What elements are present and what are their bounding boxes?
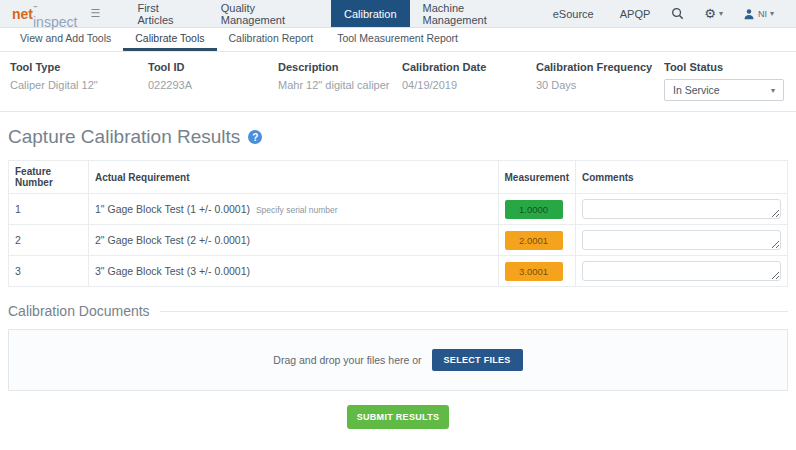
measurement-cell: 3.0001 [498, 256, 575, 287]
tool-status-field: Tool Status In Service ▾ [664, 61, 786, 101]
main-nav: First Articles Quality Management Calibr… [124, 0, 663, 27]
header-feature-number: Feature Number [9, 161, 89, 194]
page-title-row: Capture Calibration Results ? [8, 126, 788, 148]
nav-item-apqp[interactable]: APQP [607, 0, 664, 27]
nav-item-esource[interactable]: eSource [540, 0, 607, 27]
select-files-button[interactable]: SELECT FILES [432, 349, 523, 371]
table-row: 2 2" Gage Block Test (2 +/- 0.0001) 2.00… [9, 225, 788, 256]
calibration-frequency-value: 30 Days [536, 79, 664, 91]
top-navigation: net-inspect ☰ First Articles Quality Man… [0, 0, 796, 28]
nav-right-cluster: ⚙ ▾ NI ▾ [663, 0, 796, 27]
requirement-cell: 3" Gage Block Test (3 +/- 0.0001) [89, 256, 499, 287]
calibration-frequency-field: Calibration Frequency 30 Days [536, 61, 664, 101]
tab-calibrate-tools[interactable]: Calibrate Tools [123, 28, 216, 51]
tool-id-field: Tool ID 022293A [148, 61, 278, 101]
tool-id-label: Tool ID [148, 61, 278, 73]
tab-tool-measurement-report[interactable]: Tool Measurement Report [325, 28, 470, 51]
requirement-text: 1" Gage Block Test (1 +/- 0.0001) [95, 203, 250, 215]
chevron-down-icon: ▾ [770, 9, 774, 18]
feature-number-cell: 3 [9, 256, 89, 287]
user-initials: NI [758, 9, 767, 19]
chevron-down-icon: ▾ [719, 9, 723, 18]
requirement-note: Specify serial number [256, 205, 338, 215]
description-value: Mahr 12" digital caliper [278, 79, 402, 91]
help-icon[interactable]: ? [248, 130, 262, 144]
header-actual-requirement: Actual Requirement [89, 161, 499, 194]
comments-cell [576, 256, 788, 287]
user-icon [743, 8, 755, 20]
chevron-down-icon: ▾ [771, 86, 775, 95]
calibration-date-label: Calibration Date [402, 61, 536, 73]
tool-type-label: Tool Type [10, 61, 148, 73]
tool-info-panel: Tool Type Caliper Digital 12" Tool ID 02… [0, 52, 796, 112]
user-menu[interactable]: NI ▾ [735, 0, 782, 27]
feature-number-cell: 2 [9, 225, 89, 256]
table-header-row: Feature Number Actual Requirement Measur… [9, 161, 788, 194]
nav-item-calibration[interactable]: Calibration [331, 0, 410, 27]
comment-input[interactable] [582, 230, 781, 250]
settings-menu[interactable]: ⚙ ▾ [696, 0, 731, 27]
comment-input[interactable] [582, 261, 781, 281]
calibration-frequency-label: Calibration Frequency [536, 61, 664, 73]
tool-type-field: Tool Type Caliper Digital 12" [10, 61, 148, 101]
measurement-cell: 2.0001 [498, 225, 575, 256]
submit-results-button[interactable]: SUBMIT RESULTS [347, 405, 450, 429]
description-field: Description Mahr 12" digital caliper [278, 61, 402, 101]
requirement-text: 3" Gage Block Test (3 +/- 0.0001) [95, 265, 250, 277]
tool-type-value: Caliper Digital 12" [10, 79, 148, 91]
app-logo[interactable]: net-inspect [0, 0, 87, 27]
header-measurement: Measurement [498, 161, 575, 194]
measurement-badge: 1.0000 [505, 200, 563, 219]
search-icon[interactable] [663, 0, 692, 27]
main-content: Capture Calibration Results ? Feature Nu… [0, 126, 796, 429]
comments-cell [576, 194, 788, 225]
documents-section-header: Calibration Documents [8, 303, 788, 319]
capture-results-title: Capture Calibration Results [8, 126, 240, 148]
tab-view-and-add-tools[interactable]: View and Add Tools [8, 28, 123, 51]
calibration-page: net-inspect ☰ First Articles Quality Man… [0, 0, 796, 450]
measurement-cell: 1.0000 [498, 194, 575, 225]
tool-status-label: Tool Status [664, 61, 786, 73]
logo-bold: net [12, 6, 33, 22]
requirement-text: 2" Gage Block Test (2 +/- 0.0001) [95, 234, 250, 246]
table-row: 1 1" Gage Block Test (1 +/- 0.0001) Spec… [9, 194, 788, 225]
calibration-tabbar: View and Add Tools Calibrate Tools Calib… [0, 28, 796, 52]
comments-cell [576, 225, 788, 256]
gear-icon: ⚙ [704, 6, 716, 21]
calibration-results-table: Feature Number Actual Requirement Measur… [8, 160, 788, 287]
tab-calibration-report[interactable]: Calibration Report [217, 28, 326, 51]
tool-status-value: In Service [673, 84, 720, 96]
description-label: Description [278, 61, 402, 73]
submit-row: SUBMIT RESULTS [8, 405, 788, 429]
file-dropzone[interactable]: Drag and drop your files here or SELECT … [8, 329, 788, 391]
header-comments: Comments [576, 161, 788, 194]
section-divider [160, 311, 788, 312]
requirement-cell: 1" Gage Block Test (1 +/- 0.0001) Specif… [89, 194, 499, 225]
calibration-date-value: 04/19/2019 [402, 79, 536, 91]
comment-input[interactable] [582, 199, 781, 219]
calibration-date-field: Calibration Date 04/19/2019 [402, 61, 536, 101]
dropzone-text: Drag and drop your files here or [273, 354, 421, 366]
measurement-badge: 3.0001 [505, 262, 563, 281]
menu-toggle-icon[interactable]: ☰ [87, 0, 111, 27]
requirement-cell: 2" Gage Block Test (2 +/- 0.0001) [89, 225, 499, 256]
feature-number-cell: 1 [9, 194, 89, 225]
nav-item-first-articles[interactable]: First Articles [124, 0, 207, 27]
measurement-badge: 2.0001 [505, 231, 563, 250]
tool-id-value: 022293A [148, 79, 278, 91]
documents-title: Calibration Documents [8, 303, 150, 319]
nav-item-machine-management[interactable]: Machine Management [410, 0, 540, 27]
nav-item-quality-management[interactable]: Quality Management [208, 0, 331, 27]
logo-light: -inspect [33, 0, 81, 30]
tool-status-select[interactable]: In Service ▾ [664, 79, 784, 101]
table-row: 3 3" Gage Block Test (3 +/- 0.0001) 3.00… [9, 256, 788, 287]
